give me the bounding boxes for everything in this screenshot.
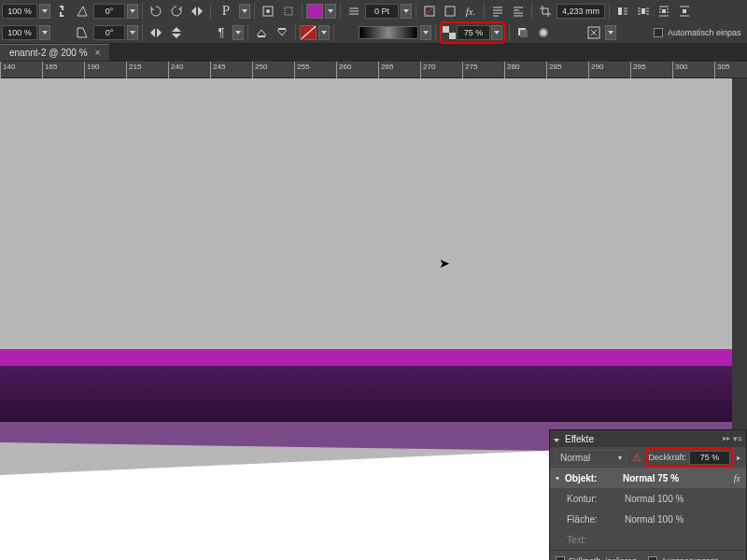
stroke-style-icon	[338, 24, 357, 41]
scale-x-dropdown[interactable]	[39, 4, 50, 19]
stroke-style-preview[interactable]	[359, 26, 418, 39]
svg-rect-8	[662, 9, 666, 13]
feather-icon[interactable]	[534, 24, 553, 41]
link-scale-icon[interactable]	[52, 3, 71, 20]
para-dropdown[interactable]	[233, 25, 244, 40]
svg-rect-6	[618, 7, 622, 15]
panel-footer: Füllmeth. isolieren Aussparungsgr.	[550, 550, 746, 560]
isolate-blending-label: Füllmeth. isolieren	[569, 556, 637, 561]
panel-opacity-label: Deckkraft:	[648, 453, 686, 462]
isolate-blending-checkbox[interactable]	[556, 556, 565, 561]
wrap-lines-icon[interactable]	[509, 3, 528, 20]
frame-none-icon[interactable]	[420, 3, 439, 20]
wrap-both-icon[interactable]	[634, 3, 653, 20]
scale-x-input[interactable]	[2, 4, 37, 19]
select-content-icon[interactable]	[279, 3, 298, 20]
blend-mode-row: Normal▾ ⚠ Deckkraft: ▸	[550, 447, 746, 468]
wrap-left-icon[interactable]	[613, 3, 632, 20]
ruler-tick: 255	[294, 62, 311, 78]
svg-line-4	[425, 7, 434, 16]
opacity-slider-icon[interactable]: ▸	[737, 454, 740, 462]
collapse-icon[interactable]	[554, 434, 561, 444]
shear-dropdown[interactable]	[127, 25, 138, 40]
blend-mode-select[interactable]: Normal▾	[556, 450, 627, 466]
stroke-row[interactable]: Kontur: Normal 100 %	[550, 488, 746, 509]
panel-dock-icon[interactable]: ▸▸	[723, 434, 730, 443]
rotate-input[interactable]	[93, 4, 125, 19]
scale-y-dropdown[interactable]	[39, 25, 50, 40]
flip-h-icon[interactable]	[188, 3, 206, 20]
ruler-tick: 265	[378, 62, 395, 78]
panel-opacity-input[interactable]	[689, 451, 730, 465]
control-panel: P fx. ¶	[0, 0, 747, 43]
ruler-tick: 240	[168, 62, 185, 78]
autofit-checkbox[interactable]	[654, 28, 663, 37]
pilcrow-icon[interactable]: ¶	[212, 24, 231, 41]
shear-input[interactable]	[93, 25, 125, 40]
knockout-label: Aussparungsgr.	[661, 556, 720, 561]
opacity-dropdown[interactable]	[491, 25, 502, 40]
fx-icon[interactable]: fx.	[461, 3, 480, 20]
stroke-swatch[interactable]	[300, 25, 317, 40]
rotate-dropdown[interactable]	[127, 4, 138, 19]
object-row[interactable]: ▾ Objekt: Normal 75 % fx	[550, 468, 746, 488]
svg-rect-10	[258, 35, 265, 37]
blend-mode-value: Normal	[560, 453, 590, 463]
character-p-icon[interactable]: P	[215, 3, 237, 20]
frame-rect-icon[interactable]	[441, 3, 459, 20]
svg-rect-2	[285, 7, 292, 15]
horizontal-ruler[interactable]: 1401651902152402452502552602652702752802…	[0, 62, 747, 78]
opacity-input[interactable]	[457, 25, 490, 40]
purple-gradient-band[interactable]	[0, 366, 732, 422]
align-lines-icon[interactable]	[488, 3, 507, 20]
crop-icon[interactable]	[536, 3, 555, 20]
fill-dropdown[interactable]	[325, 4, 336, 19]
ruler-tick: 270	[420, 62, 437, 78]
fill-row[interactable]: Fläche: Normal 100 %	[550, 509, 746, 529]
object-value: Normal 75 %	[623, 473, 679, 483]
select-container-icon[interactable]	[259, 3, 277, 20]
fit-dropdown[interactable]	[605, 25, 616, 40]
text-row[interactable]: Text:	[550, 529, 746, 550]
flip-b-icon[interactable]	[167, 24, 186, 41]
stroke-weight-input[interactable]	[365, 4, 399, 19]
ruler-tick: 140	[0, 62, 17, 78]
dimension-input[interactable]	[557, 4, 605, 19]
object-fx-icon[interactable]: fx	[734, 473, 740, 483]
svg-rect-11	[278, 28, 286, 30]
stroke-swatch-dropdown[interactable]	[318, 25, 330, 40]
mouse-cursor-icon: ➤	[439, 256, 450, 271]
wrap-jump-icon[interactable]	[675, 3, 694, 20]
object-label: Objekt:	[565, 473, 619, 483]
stroke-weight-icon	[345, 3, 363, 20]
ruler-tick: 245	[210, 62, 227, 78]
scale-y-input[interactable]	[2, 25, 37, 40]
knockout-checkbox[interactable]	[648, 556, 657, 561]
select-next-icon[interactable]	[273, 24, 291, 41]
rotate-cw-icon[interactable]	[167, 3, 186, 20]
panel-menu-icon[interactable]: ▾≡	[733, 434, 742, 443]
svg-point-17	[541, 30, 546, 35]
ruler-tick: 275	[462, 62, 479, 78]
wrap-around-icon[interactable]	[655, 3, 673, 20]
document-tabbar: enannt-2 @ 200 % ×	[0, 43, 747, 62]
fill-label: Fläche:	[567, 514, 621, 525]
stroke-value: Normal 100 %	[625, 494, 684, 504]
tab-close-icon[interactable]: ×	[95, 48, 101, 58]
svg-point-1	[266, 9, 270, 13]
panel-header[interactable]: Effekte ▸▸ ▾≡	[550, 430, 746, 447]
document-tab[interactable]: enannt-2 @ 200 % ×	[0, 44, 109, 61]
fit-frame-icon[interactable]	[585, 24, 603, 41]
magenta-stripe[interactable]	[0, 349, 732, 366]
effects-panel: Effekte ▸▸ ▾≡ Normal▾ ⚠ Deckkraft: ▸ ▾ O…	[549, 429, 747, 560]
char-dropdown[interactable]	[239, 4, 250, 19]
stroke-weight-dropdown[interactable]	[401, 4, 412, 19]
drop-shadow-icon[interactable]	[514, 24, 532, 41]
canvas-area[interactable]: ➤ Effekte ▸▸ ▾≡ Normal▾ ⚠ Deckkraft: ▸ ▾…	[0, 78, 747, 560]
stroke-style-dropdown[interactable]	[420, 25, 431, 40]
rotate-ccw-icon[interactable]	[147, 3, 165, 20]
shear-angle-icon	[73, 24, 92, 41]
fill-swatch[interactable]	[306, 4, 323, 19]
flip-a-icon[interactable]	[147, 24, 165, 41]
select-prev-icon[interactable]	[252, 24, 271, 41]
